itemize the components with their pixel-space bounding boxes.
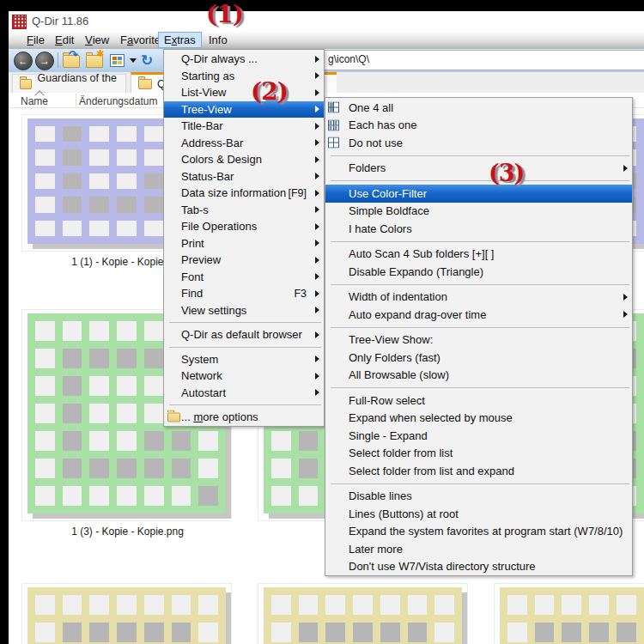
thumbnail-cell bbox=[589, 623, 609, 642]
views-icon[interactable] bbox=[110, 54, 125, 67]
menu-separator bbox=[331, 241, 629, 242]
extras-menu-item-network[interactable]: Network bbox=[164, 368, 324, 385]
tree-view-submenu-item-one-4-all[interactable]: One 4 all bbox=[325, 99, 632, 117]
tree-view-submenu-item-disable-lines[interactable]: Disable lines bbox=[325, 488, 632, 506]
new-folder-icon[interactable]: ✱ bbox=[86, 55, 103, 68]
extras-menu-item-q-dir-as-default-browser[interactable]: Q-Dir as default browser bbox=[164, 326, 324, 343]
extras-menu-item-print[interactable]: Print bbox=[164, 235, 324, 252]
tree-view-submenu-item-disable-expando-triangle[interactable]: Disable Expando (Triangle) bbox=[325, 263, 632, 281]
extras-menu-item-q-dir-always[interactable]: Q-Dir always ... bbox=[164, 51, 324, 68]
extras-menu-item-view-settings[interactable]: View settings bbox=[164, 302, 324, 319]
tree-view-submenu-item-each-has-one[interactable]: Each has one bbox=[325, 117, 632, 135]
extras-menu-item-more-options[interactable]: ... more options bbox=[164, 409, 324, 426]
tree-view-submenu-item-auto-scan-4-sub-folders[interactable]: Auto Scan 4 Sub folders [+][ ] bbox=[325, 246, 632, 264]
column-divider[interactable] bbox=[76, 94, 76, 106]
tree-view-submenu-item-later-more[interactable]: Later more bbox=[325, 540, 632, 558]
menu-separator bbox=[169, 347, 321, 348]
extras-menu-item-data-size-information[interactable]: Data size information[F9] bbox=[164, 185, 324, 202]
extras-menu-item-font[interactable]: Font bbox=[164, 269, 324, 286]
menubar-extras[interactable]: Extras bbox=[158, 32, 202, 48]
thumbnail-cell bbox=[89, 173, 109, 189]
thumbnail-cell bbox=[144, 486, 164, 506]
column-header-name[interactable]: Name bbox=[21, 95, 48, 107]
thumbnail-cell bbox=[562, 595, 581, 615]
tree-view-submenu-item-width-of-indentation[interactable]: Width of indentation bbox=[325, 289, 632, 307]
extras-menu-item-system[interactable]: System bbox=[164, 351, 324, 368]
thumbnail-cell bbox=[144, 404, 164, 423]
menu-item-label: One 4 all bbox=[349, 101, 393, 114]
tab-guardians[interactable]: Guardians of the ... bbox=[12, 74, 126, 93]
refresh-icon[interactable]: ↻ bbox=[141, 53, 153, 68]
back-icon[interactable]: ← bbox=[14, 52, 33, 70]
submenu-arrow-icon bbox=[315, 273, 319, 280]
menu-item-label: Tree-View Show: bbox=[349, 333, 433, 346]
thumbnail-cell bbox=[271, 623, 291, 642]
tree-view-submenu-item-use-color-filter[interactable]: Use Color-Filter bbox=[325, 185, 632, 203]
file-card[interactable] bbox=[21, 583, 232, 644]
menu-item-label: Later more bbox=[349, 543, 403, 556]
tree-view-submenu-item-select-folder-from-list[interactable]: Select folder from list bbox=[325, 445, 632, 463]
forward-icon[interactable]: → bbox=[35, 52, 54, 70]
menu-separator bbox=[331, 155, 629, 156]
tree-view-submenu-item-tree-view-show[interactable]: Tree-View Show: bbox=[325, 331, 632, 349]
menu-item-label: Simple Boldface bbox=[349, 204, 429, 217]
extras-menu-item-tree-view[interactable]: Tree-View bbox=[164, 101, 324, 118]
extras-menu-item-starting-as[interactable]: Starting as bbox=[164, 68, 324, 85]
extras-menu-item-find[interactable]: FindF3 bbox=[164, 285, 324, 302]
tree-view-submenu-item-do-not-use[interactable]: Do not use bbox=[325, 134, 632, 152]
tree-view-submenu-item-full-row-select[interactable]: Full-Row select bbox=[325, 392, 632, 410]
extras-menu-item-title-bar[interactable]: Title-Bar bbox=[164, 118, 324, 135]
menubar-edit[interactable]: Edit bbox=[50, 32, 79, 48]
up-folder-icon[interactable]: ↷ bbox=[63, 55, 80, 68]
tree-view-submenu-item-auto-expand-drag-over-time[interactable]: Auto expand drag-over time bbox=[325, 306, 632, 324]
file-thumbnail[interactable] bbox=[264, 587, 462, 644]
annotation-1: (1) bbox=[206, 3, 243, 27]
tree-view-submenu-item-lines-buttons-at-root[interactable]: Lines (Buttons) at root bbox=[325, 505, 632, 523]
title-bar[interactable]: Q-Dir 11.86 bbox=[9, 11, 644, 32]
thumbnail-cell bbox=[299, 595, 319, 615]
extras-menu-item-preview[interactable]: Preview bbox=[164, 252, 324, 269]
menubar-info[interactable]: Info bbox=[204, 32, 233, 48]
thumbnail-cell bbox=[172, 459, 191, 478]
tree-view-submenu-item-only-folders-fast[interactable]: Only Folders (fast) bbox=[325, 349, 632, 367]
menubar-file[interactable]: File bbox=[21, 32, 50, 48]
extras-menu-item-file-operations[interactable]: File Operations bbox=[164, 218, 324, 235]
column-header-date[interactable]: Änderungsdatum bbox=[79, 95, 157, 107]
thumbnail-cell bbox=[117, 197, 137, 212]
tree-view-submenu-item-i-hate-colors[interactable]: I hate Colors bbox=[325, 220, 632, 238]
extras-menu-item-tab-s[interactable]: Tab-s bbox=[164, 202, 324, 219]
annotation-3: (3) bbox=[489, 161, 524, 185]
thumbnail-cell bbox=[89, 404, 109, 423]
tree-view-submenu-item-select-folder-from-list-and-expand[interactable]: Select folder from list and expand bbox=[325, 462, 632, 480]
tree-view-submenu-item-simple-boldface[interactable]: Simple Boldface bbox=[325, 203, 632, 221]
menu-item-label: Do not use bbox=[349, 137, 403, 149]
extras-menu-item-colors-design[interactable]: Colors & Design bbox=[164, 151, 324, 168]
menubar-view[interactable]: View bbox=[80, 32, 114, 48]
dropdown-arrow-icon[interactable] bbox=[130, 58, 137, 63]
extras-menu-item-status-bar[interactable]: Status-Bar bbox=[164, 168, 324, 185]
submenu-arrow-icon bbox=[315, 240, 319, 246]
tree-view-submenu-item-expand-when-selected-by-mouse[interactable]: Expand when selected by mouse bbox=[325, 410, 632, 428]
thumbnail-cell bbox=[117, 431, 137, 451]
thumbnail-cell bbox=[198, 623, 218, 642]
extras-menu-item-list-view[interactable]: List-View bbox=[164, 84, 324, 101]
thumbnail-cell bbox=[198, 431, 218, 451]
tree-view-submenu-item-all-browsable-slow[interactable]: All Browsable (slow) bbox=[325, 367, 632, 385]
tree-view-submenu-item-don-t-use-w7-vista-directory-structure[interactable]: Don't use W7/Vista directory structure bbox=[325, 558, 632, 576]
file-card[interactable] bbox=[258, 583, 468, 644]
submenu-arrow-icon bbox=[315, 373, 319, 380]
file-name-label[interactable]: 1 (3) - Kopie - Kopie.png bbox=[5, 526, 250, 538]
file-thumbnail[interactable] bbox=[27, 587, 226, 644]
thumbnail-cell bbox=[144, 431, 164, 451]
tree-view-submenu-item-folders[interactable]: Folders bbox=[325, 160, 632, 178]
tree-view-submenu-item-single-expand[interactable]: Single - Expand bbox=[325, 427, 632, 445]
extras-menu-item-autostart[interactable]: Autostart bbox=[164, 385, 324, 402]
tree-view-submenu-item-expand-the-system-favorites-at-program-s[interactable]: Expand the system favorites at program s… bbox=[325, 523, 632, 541]
menu-item-label: Find bbox=[181, 287, 203, 300]
file-thumbnail[interactable] bbox=[500, 587, 644, 644]
file-card[interactable] bbox=[494, 583, 644, 644]
thumbnail-cell bbox=[117, 459, 137, 478]
extras-menu-item-address-bar[interactable]: Address-Bar bbox=[164, 135, 324, 152]
thumbnail-cell bbox=[353, 595, 373, 615]
menu-item-label: Title-Bar bbox=[181, 119, 223, 132]
